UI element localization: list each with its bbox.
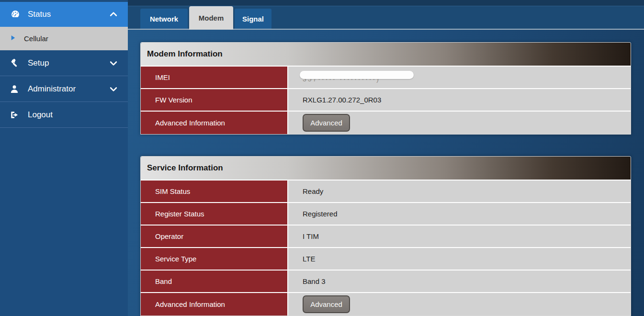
row-label: FW Version: [141, 89, 288, 111]
sidebar-item-label: Cellular: [24, 34, 48, 43]
gavel-icon: [10, 58, 22, 68]
panel-title: Service Information: [141, 157, 631, 181]
redaction-overlay: [300, 71, 414, 79]
table-row-sim-status: SIM Status Ready: [141, 181, 631, 203]
row-label: Advanced Information: [141, 293, 288, 316]
sidebar: Status Cellular: [0, 0, 128, 316]
tab-signal[interactable]: Signal: [235, 9, 271, 29]
sidebar-item-label: Status: [28, 10, 51, 19]
table-row-operator: Operator I TIM: [141, 226, 631, 248]
dashboard-icon: [10, 10, 22, 19]
panel-title: Modem Information: [141, 43, 631, 67]
table-row-advanced-information: Advanced Information Advanced: [141, 112, 631, 134]
top-strip: [128, 0, 644, 6]
tab-network[interactable]: Network: [140, 9, 188, 29]
row-value: LTE: [288, 248, 631, 270]
table-row-advanced-information: Advanced Information Advanced: [141, 293, 631, 316]
sidebar-item-administrator[interactable]: Administrator: [0, 76, 128, 102]
caret-right-icon: [11, 34, 16, 44]
table-row-band: Band Band 3: [141, 271, 631, 293]
advanced-button[interactable]: Advanced: [303, 114, 350, 132]
row-label: Band: [141, 271, 288, 292]
row-label: Service Type: [141, 248, 288, 270]
row-value: Advanced: [288, 293, 631, 316]
row-value: 357····· ··········): [288, 67, 631, 88]
row-label: IMEI: [141, 67, 288, 88]
user-icon: [10, 84, 22, 94]
row-value: I TIM: [288, 226, 631, 247]
imei-redacted-value: 357····· ··········): [303, 72, 427, 83]
sidebar-item-label: Logout: [28, 110, 53, 120]
tab-modem[interactable]: Modem: [189, 6, 233, 30]
row-label: Register Status: [141, 203, 288, 225]
table-row-fw-version: FW Version RXLG1.27.00.272_0R03: [141, 89, 631, 112]
sidebar-item-cellular[interactable]: Cellular: [0, 27, 128, 50]
chevron-down-icon: [109, 58, 118, 68]
table-row-imei: IMEI 357····· ··········): [141, 67, 631, 89]
row-label: SIM Status: [141, 181, 288, 202]
sidebar-item-status[interactable]: Status: [0, 2, 128, 27]
row-value: Band 3: [288, 271, 631, 292]
sidebar-item-setup[interactable]: Setup: [0, 50, 128, 76]
tab-bar: Network Modem Signal: [128, 6, 644, 30]
chevron-up-icon: [109, 10, 118, 19]
table-row-service-type: Service Type LTE: [141, 248, 631, 271]
row-label: Operator: [141, 226, 288, 247]
row-value: Ready: [288, 181, 631, 202]
advanced-button[interactable]: Advanced: [303, 295, 350, 313]
sidebar-item-label: Setup: [28, 58, 49, 68]
row-label: Advanced Information: [141, 112, 288, 134]
sidebar-item-label: Administrator: [28, 84, 76, 94]
main-area: Network Modem Signal Modem Information I…: [128, 0, 644, 316]
sidebar-item-logout[interactable]: Logout: [0, 102, 128, 128]
content-area: Modem Information IMEI 357····· ········…: [128, 30, 644, 316]
panel-modem-information: Modem Information IMEI 357····· ········…: [140, 42, 631, 135]
table-row-register-status: Register Status Registered: [141, 203, 631, 226]
sign-out-icon: [10, 110, 22, 120]
chevron-down-icon: [109, 84, 118, 94]
app-window: Status Cellular: [0, 0, 644, 316]
row-value: RXLG1.27.00.272_0R03: [288, 89, 631, 111]
panel-service-information: Service Information SIM Status Ready Reg…: [140, 156, 631, 316]
row-value: Advanced: [288, 112, 631, 134]
row-value: Registered: [288, 203, 631, 225]
